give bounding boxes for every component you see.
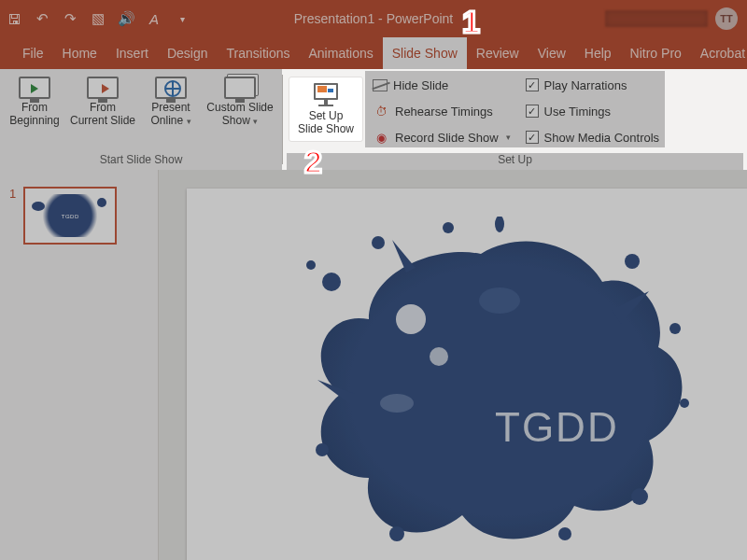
title-bar: 🖫 ↶ ↷ ▧ 🔊 A ▾ Presentation1 - PowerPoint… xyxy=(0,0,747,37)
slide-thumbnail-panel: 1 TGDD xyxy=(0,170,159,560)
hide-slide-button[interactable]: Hide Slide xyxy=(373,75,511,95)
ink-splat-graphic xyxy=(266,217,696,553)
tab-transitions[interactable]: Transitions xyxy=(218,37,300,69)
tab-insert[interactable]: Insert xyxy=(106,37,158,69)
tab-help[interactable]: Help xyxy=(575,37,621,69)
thumbnail-number: 1 xyxy=(9,187,16,201)
svg-point-14 xyxy=(380,394,414,413)
checkbox-checked-icon: ✓ xyxy=(526,105,539,118)
svg-point-7 xyxy=(680,399,689,408)
svg-point-11 xyxy=(316,443,329,456)
setup-checkbox-col: ✓ Play Narrations ✓ Use Timings ✓ Show M… xyxy=(516,71,666,147)
font-color-icon[interactable]: A xyxy=(146,10,162,27)
group-label: Start Slide Show xyxy=(4,153,278,170)
chevron-down-icon: ▾ xyxy=(506,133,511,142)
monitor-stack-icon xyxy=(224,77,256,99)
ribbon-tabs: File Home Insert Design Transitions Anim… xyxy=(0,37,747,69)
svg-point-1 xyxy=(306,260,316,270)
tab-animations[interactable]: Animations xyxy=(299,37,382,69)
from-current-slide-button[interactable]: From Current Slide xyxy=(65,71,140,131)
use-timings-checkbox[interactable]: ✓ Use Timings xyxy=(526,101,660,121)
document-name: Presentation1 xyxy=(294,11,374,26)
qat-more-icon[interactable]: ▾ xyxy=(174,10,190,27)
set-up-slide-show-button[interactable]: Set Up Slide Show xyxy=(289,77,363,142)
record-icon: ◉ xyxy=(373,129,389,146)
workspace: 1 TGDD xyxy=(0,170,747,560)
checkbox-checked-icon: ✓ xyxy=(526,131,539,144)
present-online-button[interactable]: Present Online ▾ xyxy=(140,71,202,132)
slide-canvas-area: TGDD xyxy=(159,170,747,560)
rehearse-timings-button[interactable]: ⏱ Rehearse Timings xyxy=(373,101,511,121)
tab-acrobat[interactable]: Acrobat xyxy=(691,37,747,69)
svg-point-8 xyxy=(631,488,648,505)
chevron-down-icon: ▾ xyxy=(187,117,191,126)
tab-view[interactable]: View xyxy=(529,37,575,69)
svg-point-2 xyxy=(372,236,385,249)
monitor-play-icon xyxy=(19,77,50,99)
custom-slide-show-button[interactable]: Custom Slide Show ▾ xyxy=(202,71,278,132)
slide[interactable]: TGDD xyxy=(187,189,747,560)
svg-point-6 xyxy=(669,323,681,334)
app-name: PowerPoint xyxy=(387,11,454,26)
tab-slide-show[interactable]: Slide Show xyxy=(383,37,467,69)
undo-icon[interactable]: ↶ xyxy=(34,10,50,27)
from-beginning-button[interactable]: From Beginning xyxy=(4,71,65,131)
thumbnail-preview: TGDD xyxy=(23,187,117,245)
group-label: Set Up xyxy=(287,153,743,170)
tab-review[interactable]: Review xyxy=(467,37,529,69)
tab-nitro-pro[interactable]: Nitro Pro xyxy=(621,37,691,69)
set-up-slide-show-wrap: Set Up Slide Show xyxy=(287,71,365,147)
thumbnail-1[interactable]: 1 TGDD xyxy=(9,187,148,245)
clock-icon: ⏱ xyxy=(373,103,389,119)
svg-point-9 xyxy=(558,527,571,540)
redo-icon[interactable]: ↷ xyxy=(62,10,78,27)
slide-title-text: TGDD xyxy=(495,404,619,451)
group-start-slide-show: From Beginning From Current Slide Presen… xyxy=(0,69,282,170)
chevron-down-icon: ▾ xyxy=(253,117,258,126)
svg-point-15 xyxy=(479,287,520,314)
tab-design[interactable]: Design xyxy=(158,37,218,69)
monitor-play-current-icon xyxy=(87,77,119,99)
checkbox-checked-icon: ✓ xyxy=(526,78,539,91)
window-title: Presentation1 - PowerPoint xyxy=(294,11,453,26)
hide-slide-icon xyxy=(373,79,388,91)
user-name-redacted xyxy=(605,10,708,27)
projector-screen-icon xyxy=(310,83,342,107)
setup-commands-col: Hide Slide ⏱ Rehearse Timings ◉ Record S… xyxy=(365,71,516,147)
svg-point-0 xyxy=(322,273,341,291)
svg-point-12 xyxy=(396,304,426,334)
monitor-globe-icon xyxy=(155,77,187,99)
audio-icon[interactable]: 🔊 xyxy=(118,10,134,27)
show-media-controls-checkbox[interactable]: ✓ Show Media Controls xyxy=(526,127,660,147)
tab-home[interactable]: Home xyxy=(53,37,106,69)
play-narrations-checkbox[interactable]: ✓ Play Narrations xyxy=(526,75,660,95)
svg-point-3 xyxy=(443,222,454,233)
svg-point-10 xyxy=(389,526,404,541)
ribbon: From Beginning From Current Slide Presen… xyxy=(0,69,747,170)
start-from-beginning-icon[interactable]: ▧ xyxy=(90,10,106,27)
group-set-up: Set Up Slide Show Hide Slide ⏱ Rehearse … xyxy=(283,69,747,170)
svg-point-4 xyxy=(495,217,504,232)
record-slide-show-button[interactable]: ◉ Record Slide Show ▾ xyxy=(373,127,511,147)
svg-point-13 xyxy=(430,347,448,366)
tab-file[interactable]: File xyxy=(13,37,53,69)
svg-point-5 xyxy=(625,254,640,269)
save-icon[interactable]: 🖫 xyxy=(6,10,22,27)
quick-access-toolbar: 🖫 ↶ ↷ ▧ 🔊 A ▾ xyxy=(6,10,190,27)
avatar[interactable]: TT xyxy=(715,7,738,30)
user-area: TT xyxy=(605,7,738,30)
